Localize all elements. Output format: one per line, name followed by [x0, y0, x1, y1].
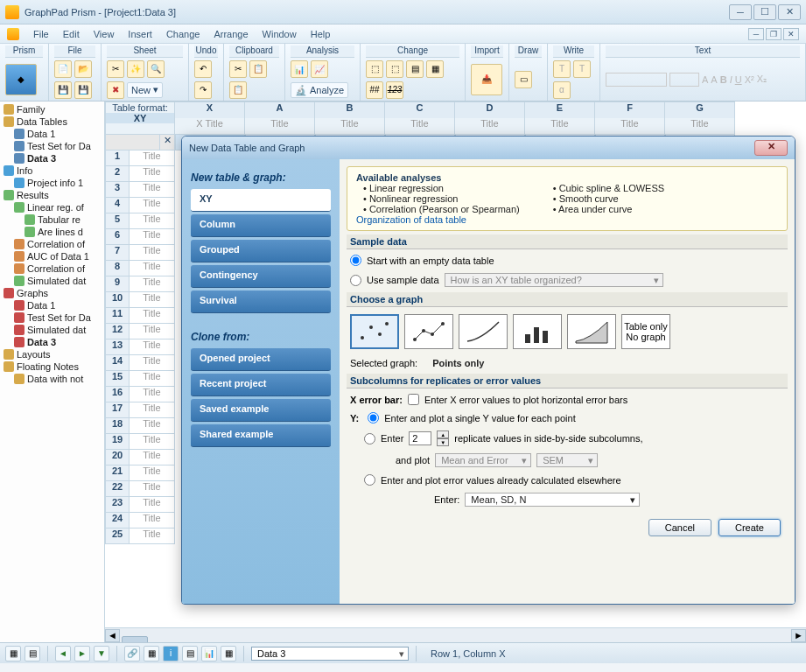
tree-floating[interactable]: Floating Notes	[2, 360, 102, 373]
menu-insert[interactable]: Insert	[121, 29, 159, 39]
row-header[interactable]: 1Title	[105, 150, 175, 166]
open-file-icon[interactable]: 📂	[74, 60, 92, 78]
tree-datatables[interactable]: Data Tables	[2, 116, 102, 128]
menu-help[interactable]: Help	[304, 29, 338, 39]
menu-change[interactable]: Change	[159, 29, 207, 39]
menu-edit[interactable]: Edit	[56, 29, 87, 39]
tree-linreg[interactable]: Linear reg. of	[2, 201, 102, 214]
column-header[interactable]: BTitle	[315, 102, 385, 135]
bold-icon[interactable]: B	[720, 74, 727, 85]
redo-icon[interactable]: ↷	[194, 81, 212, 99]
tree-data3[interactable]: Data 3	[2, 152, 102, 164]
graph-area[interactable]	[567, 314, 616, 349]
paste-icon[interactable]: 📋	[229, 81, 247, 99]
tab-shared-example[interactable]: Shared example	[191, 424, 331, 447]
graph-points-only[interactable]	[350, 314, 399, 349]
table-format-cell[interactable]: Table format: XY	[105, 102, 175, 135]
close-column-icon[interactable]: ✕	[160, 135, 174, 150]
cut-sheet-icon[interactable]: ✂	[107, 60, 124, 78]
tree-data1[interactable]: Data 1	[2, 128, 102, 140]
row-header[interactable]: 5Title	[105, 214, 175, 229]
draw-icon[interactable]: ▭	[515, 71, 532, 88]
analysis2-icon[interactable]: 📈	[311, 60, 328, 78]
tree-arelines[interactable]: Are lines d	[2, 226, 102, 238]
tree-family[interactable]: Family	[2, 103, 102, 116]
row-header[interactable]: 11Title	[105, 308, 175, 324]
search-icon[interactable]: 🔍	[147, 60, 165, 78]
radio-y-calculated[interactable]	[364, 474, 375, 486]
row-header[interactable]: 7Title	[105, 245, 175, 261]
tab-contingency[interactable]: Contingency	[191, 265, 331, 288]
subscript-icon[interactable]: X₂	[757, 74, 767, 85]
change6-icon[interactable]: 123	[386, 81, 403, 99]
meanerror-combo[interactable]: Mean and Error	[435, 453, 531, 467]
font-combo[interactable]	[606, 73, 667, 87]
status-results-icon[interactable]: ▤	[182, 646, 198, 662]
menu-view[interactable]: View	[87, 29, 122, 39]
column-header[interactable]: DTitle	[455, 102, 525, 135]
minimize-button[interactable]: ─	[729, 4, 752, 20]
menu-arrange[interactable]: Arrange	[207, 29, 255, 39]
radio-empty-table[interactable]	[350, 255, 361, 266]
change4-icon[interactable]: ▦	[426, 60, 444, 78]
row-header[interactable]: 3Title	[105, 182, 175, 198]
row-header[interactable]: 9Title	[105, 276, 175, 292]
menu-window[interactable]: Window	[256, 29, 304, 39]
new-file-icon[interactable]: 📄	[54, 60, 72, 78]
column-header[interactable]: ETitle	[525, 102, 595, 135]
tab-survival[interactable]: Survival	[191, 290, 331, 313]
maximize-button[interactable]: ☐	[753, 4, 776, 20]
column-header[interactable]: ATitle	[245, 102, 315, 135]
row-header[interactable]: 10Title	[105, 292, 175, 308]
radio-y-replicates[interactable]	[364, 433, 375, 444]
scroll-right-icon[interactable]: ►	[791, 629, 806, 642]
row-header[interactable]: 23Title	[105, 497, 175, 513]
change5-icon[interactable]: ##	[366, 81, 383, 99]
row-header[interactable]: 18Title	[105, 418, 175, 434]
menu-file[interactable]: File	[26, 29, 56, 39]
scroll-thumb[interactable]	[122, 636, 148, 642]
row-header[interactable]: 12Title	[105, 324, 175, 340]
app-menu-icon[interactable]	[7, 28, 19, 40]
change2-icon[interactable]: ⬚	[386, 60, 403, 78]
tab-recent-project[interactable]: Recent project	[191, 374, 331, 396]
import-icon[interactable]: 📥	[471, 64, 502, 95]
status-view1-icon[interactable]: ▦	[5, 646, 21, 662]
status-graph-icon[interactable]: 📊	[201, 646, 217, 662]
row-header[interactable]: 13Title	[105, 340, 175, 355]
sample-data-combo[interactable]: How is an XY table organized?	[445, 273, 663, 287]
new-sheet-button[interactable]: New▾	[127, 82, 163, 98]
dialog-titlebar[interactable]: New Data Table and Graph ✕	[182, 136, 795, 159]
row-header[interactable]: 6Title	[105, 229, 175, 245]
graph-table-only[interactable]: Table only No graph	[621, 314, 670, 349]
xerr-checkbox[interactable]	[408, 394, 419, 405]
tree-sim1[interactable]: Simulated dat	[2, 275, 102, 287]
row-header[interactable]: 14Title	[105, 355, 175, 371]
scroll-left-icon[interactable]: ◄	[105, 629, 120, 642]
row-header[interactable]: 25Title	[105, 528, 175, 544]
graph-points-line[interactable]	[404, 314, 453, 349]
tab-grouped[interactable]: Grouped	[191, 240, 331, 262]
nav-down-icon[interactable]: ▼	[94, 646, 109, 662]
change1-icon[interactable]: ⬚	[366, 60, 383, 78]
tree-corr2[interactable]: Correlation of	[2, 262, 102, 275]
tab-column[interactable]: Column	[191, 214, 331, 237]
mdi-minimize[interactable]: ─	[748, 28, 764, 40]
save-all-icon[interactable]: 💾	[74, 81, 92, 99]
tree-info[interactable]: Info	[2, 164, 102, 177]
row-header[interactable]: 20Title	[105, 450, 175, 466]
tab-opened-project[interactable]: Opened project	[191, 348, 331, 371]
underline-icon[interactable]: U	[735, 74, 742, 85]
org-link[interactable]: Organization of data table	[356, 214, 466, 225]
tree-auc[interactable]: AUC of Data 1	[2, 250, 102, 262]
font-smaller-icon[interactable]: A	[702, 74, 708, 85]
column-header[interactable]: GTitle	[665, 102, 735, 135]
tree-projectinfo[interactable]: Project info 1	[2, 177, 102, 189]
radio-y-single[interactable]	[368, 412, 379, 424]
column-header[interactable]: XX Title	[175, 102, 245, 135]
nav-next-icon[interactable]: ►	[74, 646, 90, 662]
text-t2-icon[interactable]: T	[573, 60, 591, 78]
create-button[interactable]: Create	[718, 519, 781, 536]
column-header[interactable]: CTitle	[385, 102, 455, 135]
status-table-icon[interactable]: ▦	[144, 646, 159, 662]
